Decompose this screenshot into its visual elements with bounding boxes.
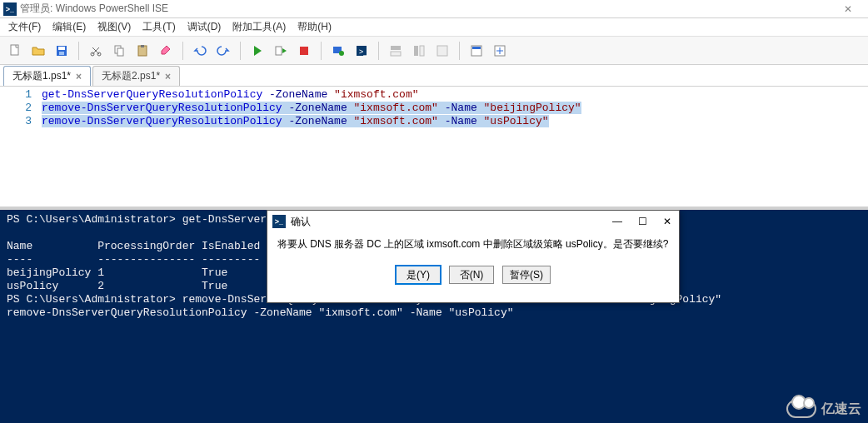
line-number: 1	[0, 88, 32, 102]
dialog-body: 将要从 DNS 服务器 DC 上的区域 ixmsoft.com 中删除区域级策略…	[267, 232, 679, 284]
menubar: 文件(F) 编辑(E) 视图(V) 工具(T) 调试(D) 附加工具(A) 帮助…	[0, 18, 868, 37]
cloud-icon	[786, 400, 816, 418]
menu-addons[interactable]: 附加工具(A)	[232, 20, 286, 34]
new-file-button[interactable]	[5, 41, 25, 61]
run-selection-button[interactable]	[271, 41, 291, 61]
dialog-title: 确认	[291, 215, 311, 228]
powershell-icon: >_	[3, 2, 17, 16]
tab-label: 无标题2.ps1*	[102, 69, 160, 83]
dialog-message: 将要从 DNS 服务器 DC 上的区域 ixmsoft.com 中删除区域级策略…	[277, 237, 669, 251]
dialog-suspend-button[interactable]: 暂停(S)	[502, 266, 551, 284]
svg-rect-0	[11, 45, 18, 55]
svg-rect-3	[59, 52, 64, 55]
svg-rect-20	[437, 46, 447, 56]
menu-edit[interactable]: 编辑(E)	[52, 20, 86, 34]
toolbar-separator	[321, 42, 322, 60]
window-titlebar: >_ 管理员: Windows PowerShell ISE ✕	[0, 0, 868, 18]
menu-file[interactable]: 文件(F)	[8, 20, 41, 34]
dialog-maximize-button[interactable]: ☐	[636, 215, 649, 228]
window-title: 管理员: Windows PowerShell ISE	[20, 2, 168, 16]
tab-label: 无标题1.ps1*	[12, 69, 71, 83]
menu-help[interactable]: 帮助(H)	[297, 20, 332, 34]
svg-rect-2	[58, 47, 65, 50]
watermark-text: 亿速云	[821, 401, 861, 418]
line-number: 3	[0, 115, 32, 128]
menu-view[interactable]: 视图(V)	[97, 20, 131, 34]
svg-rect-10	[276, 47, 282, 55]
svg-point-13	[339, 51, 344, 56]
dialog-titlebar[interactable]: >_ 确认 — ☐ ✕	[267, 211, 679, 232]
code-line: get-DnsServerQueryResolutionPolicy -Zone…	[42, 88, 868, 102]
toolbar-separator	[78, 42, 79, 60]
clear-button[interactable]	[156, 41, 176, 61]
dialog-close-button[interactable]: ✕	[661, 215, 674, 228]
stop-button[interactable]	[294, 41, 314, 61]
line-number-gutter: 1 2 3	[0, 87, 37, 207]
cut-button[interactable]	[86, 41, 106, 61]
editor-tabstrip: 无标题1.ps1* × 无标题2.ps1* ×	[0, 65, 868, 87]
undo-button[interactable]	[190, 41, 210, 61]
svg-rect-9	[141, 45, 144, 47]
code-area[interactable]: get-DnsServerQueryResolutionPolicy -Zone…	[37, 87, 868, 207]
copy-button[interactable]	[109, 41, 129, 61]
toolbar-separator	[182, 42, 183, 60]
close-tab-icon[interactable]: ×	[76, 71, 82, 82]
svg-rect-18	[414, 46, 418, 56]
show-command-button[interactable]	[466, 41, 486, 61]
watermark: 亿速云	[786, 400, 861, 418]
open-file-button[interactable]	[28, 41, 48, 61]
svg-rect-7	[117, 48, 123, 56]
run-button[interactable]	[247, 41, 267, 61]
script-editor[interactable]: 1 2 3 get-DnsServerQueryResolutionPolicy…	[0, 87, 868, 207]
code-line: remove-DnsServerQueryResolutionPolicy -Z…	[42, 115, 868, 128]
confirm-dialog: >_ 确认 — ☐ ✕ 将要从 DNS 服务器 DC 上的区域 ixmsoft.…	[267, 210, 680, 303]
console-pane[interactable]: PS C:\Users\Administrator> get-DnsServer…	[0, 210, 868, 423]
paste-button[interactable]	[132, 41, 152, 61]
powershell-icon: >_	[272, 215, 286, 228]
toolbar: >_	[0, 37, 868, 65]
layout-side-button[interactable]	[409, 41, 429, 61]
svg-text:>_: >_	[359, 47, 368, 56]
save-button[interactable]	[52, 41, 72, 61]
layout-script-top-button[interactable]	[386, 41, 406, 61]
svg-rect-19	[420, 46, 424, 56]
close-tab-icon[interactable]: ×	[165, 71, 171, 82]
svg-rect-11	[300, 47, 308, 55]
menu-tools[interactable]: 工具(T)	[142, 20, 175, 34]
editor-tab[interactable]: 无标题1.ps1* ×	[3, 66, 91, 86]
dialog-yes-button[interactable]: 是(Y)	[396, 266, 441, 284]
layout-max-button[interactable]	[432, 41, 452, 61]
window-close-button[interactable]: ✕	[831, 3, 865, 15]
new-remote-tab-button[interactable]	[328, 41, 348, 61]
dialog-minimize-button[interactable]: —	[611, 215, 624, 228]
code-line: remove-DnsServerQueryResolutionPolicy -Z…	[42, 102, 868, 115]
svg-rect-16	[391, 46, 401, 50]
menu-debug[interactable]: 调试(D)	[187, 20, 222, 34]
redo-button[interactable]	[213, 41, 233, 61]
toolbar-separator	[378, 42, 379, 60]
svg-rect-22	[472, 47, 481, 49]
dialog-no-button[interactable]: 否(N)	[449, 266, 494, 284]
toolbar-separator	[459, 42, 460, 60]
svg-rect-17	[391, 52, 401, 56]
show-command-addon-button[interactable]	[490, 41, 510, 61]
toolbar-separator	[240, 42, 241, 60]
editor-tab[interactable]: 无标题2.ps1* ×	[92, 66, 180, 86]
line-number: 2	[0, 102, 32, 115]
start-powershell-button[interactable]: >_	[352, 41, 372, 61]
